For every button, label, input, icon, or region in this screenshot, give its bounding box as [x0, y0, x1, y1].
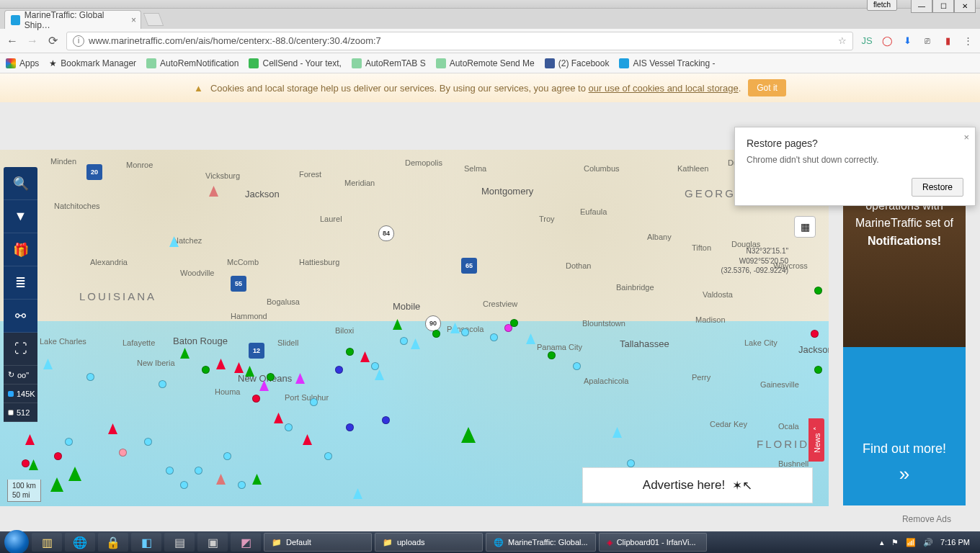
bookmark-autoremsend[interactable]: AutoRemote Send Me — [436, 58, 535, 68]
close-tab-icon[interactable]: × — [131, 15, 136, 25]
search-button[interactable]: 🔍 — [4, 167, 37, 200]
reload-button[interactable]: ⟳ — [46, 35, 59, 48]
bookmark-facebook[interactable]: (2) Facebook — [545, 58, 610, 68]
layers-menu-button[interactable]: ≣ — [4, 266, 37, 300]
filter-button[interactable]: ▼ — [4, 200, 37, 233]
bookmark-ais[interactable]: AIS Vessel Tracking - — [619, 58, 715, 68]
refresh-indicator[interactable]: ↻oo" — [4, 366, 37, 385]
pin-app2[interactable]: ◩ — [231, 533, 261, 552]
tray-flag-icon[interactable]: ⚑ — [891, 538, 899, 547]
task-chrome[interactable]: 🌐MarineTraffic: Global... — [486, 533, 596, 552]
tray-up-icon[interactable]: ▴ — [880, 538, 884, 547]
maximize-button[interactable]: ☐ — [932, 0, 954, 13]
bookmark-star-icon[interactable]: ☆ — [838, 35, 847, 46]
bookmark-autorem1[interactable]: AutoRemNotification — [146, 58, 239, 68]
city: Selma — [464, 164, 486, 173]
shield-i12: 12 — [249, 343, 264, 359]
restore-button[interactable]: Restore — [912, 178, 963, 197]
gift-button[interactable]: 🎁 — [4, 233, 37, 266]
ext-lastpass-icon[interactable]: ▮ — [941, 35, 954, 48]
city: Biloxi — [335, 326, 354, 335]
new-tab-button[interactable] — [143, 13, 164, 26]
city: Woodville — [180, 269, 215, 277]
task-uploads[interactable]: 📁uploads — [375, 533, 483, 552]
port-count: 512 — [4, 403, 37, 422]
ext-download-icon[interactable]: ⬇ — [901, 35, 914, 48]
city: Bainbridge — [616, 283, 654, 292]
bookmark-cellsend[interactable]: CellSend - Your text, — [249, 58, 341, 68]
shield-i55a: 55 — [231, 276, 246, 292]
shield-us84: 84 — [378, 225, 394, 241]
ext-cast-icon[interactable]: ⎚ — [921, 35, 934, 48]
city: Blountstown — [582, 319, 625, 328]
city: Vicksburg — [205, 171, 240, 180]
city: Meridian — [344, 179, 375, 187]
cookie-link[interactable]: our use of cookies and local storage — [589, 83, 739, 94]
toolbar: ← → ⟳ i www.marinetraffic.com/en/ais/hom… — [0, 29, 980, 53]
city: Perry — [692, 373, 710, 382]
site-info-icon[interactable]: i — [73, 35, 84, 47]
tray-vol-icon[interactable]: 🔊 — [923, 538, 933, 547]
shield-i20: 20 — [86, 164, 102, 180]
forward-button[interactable]: → — [26, 35, 39, 48]
map-canvas[interactable]: LOUISIANA GEORGIA FLORIDA 20 55 12 65 84… — [0, 150, 829, 506]
news-flag[interactable]: News ˄ — [808, 418, 824, 462]
layers-button[interactable]: ▦ — [794, 216, 816, 238]
search-icon: 🔍 — [13, 176, 29, 192]
bookmark-bar: Apps ★Bookmark Manager AutoRemNotificati… — [0, 53, 980, 73]
pin-cmd[interactable]: ▣ — [197, 533, 228, 552]
pin-chrome[interactable]: 🌐 — [65, 533, 95, 552]
city: Dothan — [566, 261, 591, 270]
pin-lock[interactable]: 🔒 — [98, 533, 128, 552]
tab-title: MarineTraffic: Global Ship… — [24, 10, 123, 30]
gift-icon: 🎁 — [13, 242, 29, 258]
minimize-button[interactable]: — — [911, 0, 932, 13]
city: Natchitoches — [54, 202, 100, 210]
remove-ads-link[interactable]: Remove Ads — [902, 514, 951, 524]
city: Lake City — [744, 338, 778, 347]
bookmark-manager[interactable]: ★Bookmark Manager — [49, 58, 136, 68]
city: Eufaula — [580, 207, 607, 216]
ext-js-icon[interactable]: JS — [860, 35, 873, 48]
window-titlebar: fletch — ☐ ✕ — [0, 0, 980, 9]
city: Tallahassee — [620, 338, 669, 349]
clock[interactable]: 7:16 PM — [940, 538, 970, 547]
cursor-icon: ✶↖ — [732, 478, 752, 493]
bookmark-autoremtab[interactable]: AutoRemTAB S — [352, 58, 426, 68]
city: Jacksonv — [798, 344, 829, 355]
address-bar[interactable]: i www.marinetraffic.com/en/ais/home/cent… — [66, 32, 853, 50]
ext-adblock-icon[interactable]: ◯ — [881, 35, 894, 48]
cookie-accept-button[interactable]: Got it — [748, 79, 786, 96]
city: Gainesville — [760, 380, 799, 389]
window-user[interactable]: fletch — [867, 0, 897, 11]
advertise-banner[interactable]: Advertise here!✶↖ — [582, 467, 813, 503]
pin-app1[interactable]: ◧ — [131, 533, 161, 552]
ad-cta[interactable]: Find out more! » — [843, 439, 966, 488]
pin-calc[interactable]: ▤ — [164, 533, 195, 552]
arrow-icon: » — [843, 459, 966, 488]
tray-net-icon[interactable]: 📶 — [906, 538, 916, 547]
cookie-banner: ▲ Cookies and local storage help us deli… — [0, 73, 980, 102]
shield-us90: 90 — [425, 315, 441, 331]
city: Hattiesburg — [299, 258, 339, 266]
city: Apalachicola — [584, 377, 628, 385]
city: Tifton — [692, 243, 711, 252]
task-default[interactable]: 📁Default — [264, 533, 372, 552]
apps-button[interactable]: Apps — [6, 58, 39, 68]
back-button[interactable]: ← — [6, 35, 19, 48]
task-irfan[interactable]: ◈Clipboard01 - IrfanVi... — [599, 533, 707, 552]
fullscreen-button[interactable]: ⛶ — [4, 333, 37, 366]
browser-tab[interactable]: MarineTraffic: Global Ship… × — [4, 10, 141, 29]
start-button[interactable] — [4, 530, 29, 553]
system-tray[interactable]: ▴ ⚑ 📶 🔊 7:16 PM — [880, 538, 976, 547]
fleet-button[interactable]: ⚯ — [4, 300, 37, 333]
close-window-button[interactable]: ✕ — [954, 0, 976, 13]
city: Jackson — [245, 189, 280, 199]
pin-explorer[interactable]: ▥ — [32, 533, 62, 552]
chrome-menu-icon[interactable]: ⋮ — [961, 35, 974, 48]
city: Monroe — [126, 161, 153, 169]
restore-body: Chrome didn't shut down correctly. — [747, 155, 963, 165]
restore-close-icon[interactable]: × — [963, 132, 969, 143]
city: Lake Charles — [40, 337, 86, 346]
city: Troy — [539, 215, 555, 223]
